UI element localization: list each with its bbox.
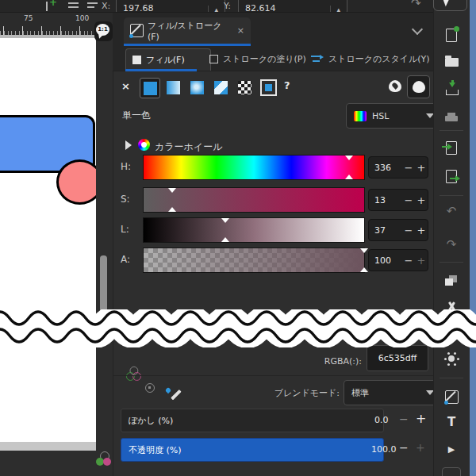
minus-button[interactable]: −	[402, 162, 415, 174]
mesh-gradient-button[interactable]	[211, 78, 230, 97]
plus-button[interactable]: +	[416, 411, 426, 426]
minus-button[interactable]: −	[399, 441, 409, 454]
cut-button[interactable]	[437, 297, 466, 319]
separator	[440, 195, 463, 196]
duplicate-button[interactable]	[437, 270, 466, 292]
color-managed-display-toggle[interactable]	[96, 451, 112, 466]
plus-button[interactable]: +	[415, 194, 428, 206]
y-coordinate-input[interactable]: 82.614▴	[238, 0, 347, 13]
tab-label: ストロークの塗り(P)	[223, 53, 306, 65]
redo-sliver-icon[interactable]: ↷	[411, 0, 421, 10]
dialog-tab-title: フィル/ストローク(F)	[148, 20, 230, 42]
alpha-slider[interactable]	[143, 248, 365, 273]
open-fill-stroke-button[interactable]	[437, 386, 466, 408]
radial-gradient-button[interactable]	[187, 78, 206, 97]
rgba-input[interactable]: 6c535dff	[367, 345, 428, 371]
align-icon[interactable]	[68, 0, 79, 10]
slider-marker	[360, 267, 368, 272]
minus-button[interactable]: −	[402, 194, 415, 206]
printer-icon	[445, 113, 458, 122]
import-button[interactable]	[437, 136, 466, 159]
window-edge-strip	[470, 0, 476, 476]
fill-rule-nonzero-button[interactable]	[407, 75, 430, 98]
flat-color-button[interactable]	[140, 78, 160, 98]
scissors-icon	[444, 301, 459, 315]
blur-slider[interactable]: ぼかし (%)	[121, 409, 384, 432]
dropper-bar-icon	[171, 390, 181, 400]
zoom-ratio-badge: 1:1	[94, 21, 113, 41]
export-button[interactable]	[437, 165, 466, 187]
preferences-button[interactable]	[437, 347, 466, 370]
minus-button[interactable]: −	[399, 413, 409, 425]
alpha-spinbox[interactable]: 100 − +	[368, 249, 428, 271]
out-of-gamut-icon[interactable]	[145, 383, 155, 393]
spinner-arrows-icon[interactable]: ▴	[208, 6, 218, 13]
swatch-icon	[260, 79, 277, 96]
open-document-button[interactable]	[437, 51, 466, 73]
undo-button[interactable]: ↶	[437, 200, 466, 222]
enable-snapping-button[interactable]	[433, 0, 467, 11]
save-document-button[interactable]	[437, 78, 466, 100]
minus-button[interactable]: −	[402, 225, 415, 236]
y-coordinate-label: Y:	[224, 1, 231, 11]
cms-circle-icon	[103, 458, 111, 466]
opacity-value[interactable]: 100.0	[371, 444, 397, 455]
toolbar-overflow-button[interactable]: ▶	[437, 438, 466, 460]
expander-arrow-icon[interactable]	[125, 140, 132, 150]
flat-color-label: 単一色	[122, 109, 151, 122]
unknown-paint-button[interactable]: ?	[284, 79, 290, 91]
plus-button[interactable]: +	[416, 441, 425, 454]
save-icon	[445, 83, 458, 95]
horizontal-scrollbar[interactable]	[0, 442, 96, 451]
redo-button[interactable]: ↷	[437, 233, 466, 255]
pattern-button[interactable]	[235, 78, 254, 97]
close-icon[interactable]: ×	[237, 25, 244, 36]
color-picker-icon[interactable]	[165, 388, 180, 403]
no-paint-button[interactable]: ×	[121, 80, 130, 92]
separator	[113, 375, 433, 376]
lightness-spinbox[interactable]: 37 − +	[368, 219, 428, 241]
print-button[interactable]	[437, 106, 466, 129]
saturation-spinbox[interactable]: 13 − +	[368, 189, 428, 211]
dialog-tab-fill-stroke[interactable]: フィル/ストローク(F) ×	[124, 17, 251, 44]
blur-value[interactable]: 0.0	[374, 415, 389, 425]
lightness-slider[interactable]	[143, 217, 365, 243]
color-wheel-label[interactable]: カラーホイール	[155, 140, 222, 154]
new-document-button[interactable]	[437, 24, 466, 46]
cms-colors-icon[interactable]	[126, 367, 140, 379]
distribute-icon[interactable]	[87, 0, 98, 10]
blend-mode-dropdown[interactable]: 標準	[344, 380, 442, 405]
separator	[440, 130, 463, 131]
plus-button[interactable]: +	[415, 225, 428, 236]
vertical-scrollbar-thumb[interactable]	[100, 255, 107, 328]
tab-stroke-paint[interactable]: ストロークの塗り(P)	[203, 48, 313, 70]
toolbar-partial-button[interactable]	[442, 467, 461, 476]
tab-fill[interactable]: フィル(F)	[125, 48, 211, 71]
saturation-slider[interactable]	[143, 187, 365, 213]
spinner-arrows-icon[interactable]: ▴	[330, 6, 340, 13]
open-text-dialog-button[interactable]: T	[437, 411, 466, 433]
opacity-slider[interactable]: 不透明度 (%)	[121, 438, 384, 462]
flat-color-icon	[144, 82, 157, 95]
alpha-label: A:	[121, 254, 140, 265]
plus-button[interactable]: +	[415, 162, 428, 174]
swatch-button[interactable]	[259, 78, 278, 97]
x-coordinate-input[interactable]: 197.68▴	[116, 0, 225, 13]
add-node-icon[interactable]: +	[49, 0, 57, 8]
ruler-label: 75	[24, 14, 33, 22]
hue-slider[interactable]	[143, 155, 365, 180]
pink-ellipse-shape[interactable]	[56, 159, 96, 205]
active-tab-underline	[125, 69, 197, 71]
slider-marker	[168, 207, 176, 212]
plus-button[interactable]: +	[415, 255, 428, 267]
canvas[interactable]	[0, 38, 96, 442]
toolbar-icon-sliver[interactable]	[46, 2, 48, 11]
minus-button[interactable]: −	[402, 255, 415, 267]
slider-marker	[345, 175, 353, 179]
fill-rule-evenodd-button[interactable]	[384, 75, 405, 97]
tab-stroke-style[interactable]: ストロークのスタイル(Y)	[305, 48, 436, 70]
hue-spinbox[interactable]: 336 − +	[368, 156, 428, 178]
linear-gradient-button[interactable]	[163, 78, 182, 97]
colorspace-dropdown[interactable]: HSL	[346, 103, 442, 129]
text-icon: T	[447, 415, 455, 429]
